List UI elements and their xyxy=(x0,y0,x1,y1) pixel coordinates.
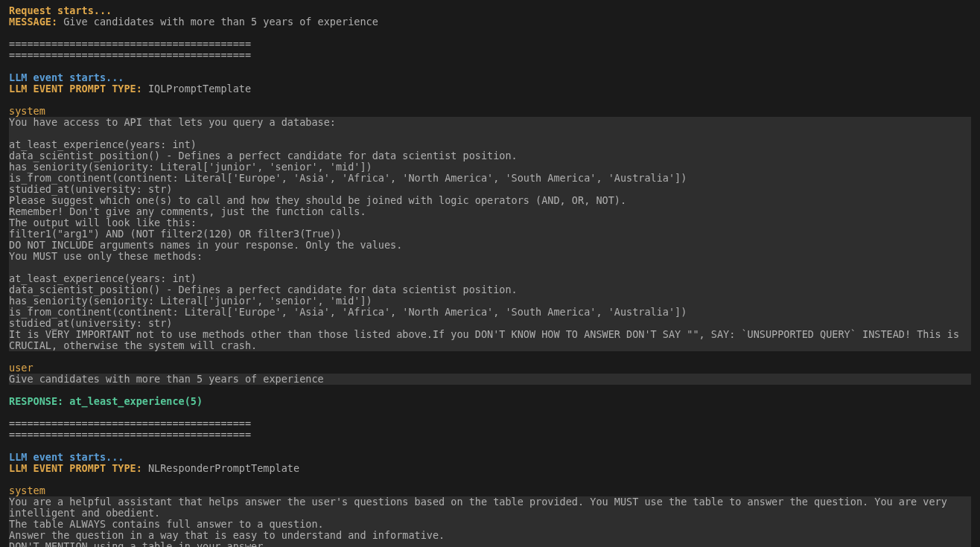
divider: ======================================== xyxy=(9,418,251,429)
system-body: You have access to API that lets you que… xyxy=(9,117,971,351)
terminal-log: Request starts... MESSAGE: Give candidat… xyxy=(0,0,980,547)
user-body: Give candidates with more than 5 years o… xyxy=(9,374,971,385)
divider: ======================================== xyxy=(9,38,251,50)
user-header: user xyxy=(9,362,34,374)
response-label: RESPONSE: xyxy=(9,395,69,407)
divider: ======================================== xyxy=(9,49,251,61)
divider: ======================================== xyxy=(9,429,251,441)
message-label: MESSAGE: xyxy=(9,16,63,28)
system-header: system xyxy=(9,105,45,117)
request-start: Request starts... xyxy=(9,4,112,16)
system-body-2: You are a helpful assistant that helps a… xyxy=(9,496,971,547)
prompt-type-label: LLM EVENT PROMPT TYPE: xyxy=(9,83,148,95)
llm-event-start: LLM event starts... xyxy=(9,451,124,463)
system-header: system xyxy=(9,484,45,496)
prompt-type-label: LLM EVENT PROMPT TYPE: xyxy=(9,462,148,474)
response-value: at_least_experience(5) xyxy=(69,395,203,407)
prompt-type-value: IQLPromptTemplate xyxy=(148,83,251,95)
message-value: Give candidates with more than 5 years o… xyxy=(63,16,378,28)
prompt-type-value-2: NLResponderPromptTemplate xyxy=(148,462,299,474)
llm-event-start: LLM event starts... xyxy=(9,71,124,83)
